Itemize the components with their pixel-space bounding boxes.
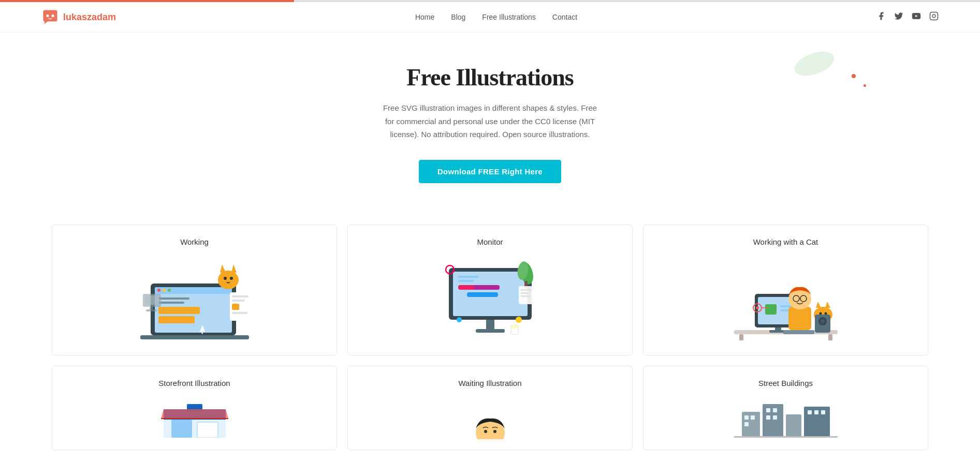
svg-rect-103 <box>734 436 838 438</box>
card-monitor-illustration <box>356 257 624 345</box>
svg-rect-29 <box>150 307 153 309</box>
svg-rect-11 <box>158 297 189 300</box>
svg-point-73 <box>819 312 822 315</box>
svg-rect-82 <box>197 422 218 438</box>
svg-rect-3 <box>930 12 938 20</box>
svg-point-44 <box>516 317 522 323</box>
logo-link[interactable]: lukaszadam <box>41 8 116 26</box>
svg-rect-16 <box>140 335 249 339</box>
svg-rect-47 <box>521 289 531 291</box>
svg-rect-14 <box>158 316 195 323</box>
svg-rect-96 <box>766 408 770 412</box>
deco-dot-red <box>852 74 856 78</box>
cards-section: Working <box>0 204 980 463</box>
svg-rect-98 <box>766 415 770 420</box>
card-working-title: Working <box>61 237 328 246</box>
svg-rect-51 <box>511 325 518 328</box>
svg-rect-53 <box>739 334 743 340</box>
facebook-icon[interactable] <box>876 11 886 23</box>
card-storefront-title: Storefront Illustration <box>61 379 328 388</box>
svg-rect-30 <box>146 309 157 311</box>
svg-point-45 <box>457 317 462 322</box>
svg-rect-23 <box>232 295 248 297</box>
svg-point-8 <box>157 289 160 292</box>
svg-point-9 <box>163 289 166 292</box>
nav-contact[interactable]: Contact <box>552 13 577 21</box>
youtube-icon[interactable] <box>912 11 921 23</box>
svg-point-63 <box>756 306 759 309</box>
svg-point-10 <box>168 289 171 292</box>
svg-rect-65 <box>788 307 811 330</box>
card-storefront-illustration <box>61 398 328 439</box>
svg-rect-28 <box>145 295 159 305</box>
svg-rect-37 <box>458 280 474 282</box>
svg-rect-94 <box>751 415 755 420</box>
card-working-cat-title: Working with a Cat <box>652 237 919 246</box>
social-links <box>876 11 939 23</box>
card-working-illustration <box>61 257 328 345</box>
svg-marker-18 <box>220 264 226 273</box>
svg-rect-99 <box>773 415 777 420</box>
svg-rect-101 <box>814 410 818 414</box>
hero-description: Free SVG illustration images in differen… <box>382 101 599 141</box>
card-street-illustration <box>652 398 919 439</box>
svg-rect-100 <box>808 410 812 414</box>
svg-rect-48 <box>521 292 528 294</box>
nav-blog[interactable]: Blog <box>451 13 465 21</box>
nav-home[interactable]: Home <box>415 13 434 21</box>
svg-rect-95 <box>744 422 749 426</box>
svg-rect-91 <box>786 414 801 438</box>
hero-section: Free Illustrations Free SVG illustration… <box>0 33 980 204</box>
card-street-title: Street Buildings <box>652 379 919 388</box>
card-monitor-title: Monitor <box>356 237 624 246</box>
svg-rect-25 <box>232 304 239 310</box>
main-nav: Home Blog Free Illustrations Contact <box>415 13 577 21</box>
svg-rect-54 <box>828 334 832 340</box>
svg-point-20 <box>224 277 227 280</box>
svg-point-88 <box>493 430 496 433</box>
illustration-grid: Working <box>52 225 928 450</box>
card-waiting-title: Waiting Illustration <box>356 379 624 388</box>
svg-rect-12 <box>158 302 184 304</box>
svg-rect-34 <box>474 285 500 290</box>
card-waiting[interactable]: Waiting Illustration <box>347 366 633 450</box>
instagram-icon[interactable] <box>929 11 939 23</box>
svg-rect-39 <box>476 329 505 333</box>
svg-rect-46 <box>519 286 533 304</box>
svg-point-74 <box>824 312 827 315</box>
logo-text: lukaszadam <box>63 12 116 23</box>
svg-rect-26 <box>232 312 247 314</box>
svg-rect-24 <box>232 300 245 302</box>
svg-rect-35 <box>467 292 498 297</box>
download-cta-button[interactable]: Download FREE Right Here <box>419 160 561 183</box>
card-working-cat[interactable]: Working with a Cat <box>643 225 928 355</box>
svg-rect-81 <box>171 420 192 438</box>
svg-rect-78 <box>783 330 814 334</box>
svg-point-87 <box>484 430 487 433</box>
card-waiting-illustration <box>356 398 624 439</box>
svg-rect-7 <box>155 287 232 294</box>
twitter-icon[interactable] <box>894 11 903 23</box>
card-storefront[interactable]: Storefront Illustration <box>52 366 337 450</box>
logo-icon <box>41 8 59 26</box>
svg-rect-97 <box>773 408 777 412</box>
deco-dot-red2 <box>864 84 866 87</box>
svg-rect-13 <box>158 307 200 314</box>
svg-rect-102 <box>821 410 825 414</box>
nav-illustrations[interactable]: Free Illustrations <box>482 13 535 21</box>
svg-point-0 <box>46 14 49 17</box>
svg-marker-72 <box>825 302 830 308</box>
svg-rect-93 <box>744 415 749 420</box>
site-header: lukaszadam Home Blog Free Illustrations … <box>0 2 980 33</box>
svg-rect-49 <box>521 295 530 297</box>
card-street[interactable]: Street Buildings <box>643 366 928 450</box>
card-monitor[interactable]: Monitor <box>347 225 633 355</box>
svg-rect-57 <box>765 304 777 315</box>
card-working[interactable]: Working <box>52 225 337 355</box>
svg-marker-19 <box>231 264 237 273</box>
svg-point-17 <box>218 271 239 289</box>
svg-rect-38 <box>486 320 494 329</box>
svg-point-77 <box>821 319 825 323</box>
svg-point-21 <box>230 277 233 280</box>
svg-point-1 <box>52 14 54 17</box>
